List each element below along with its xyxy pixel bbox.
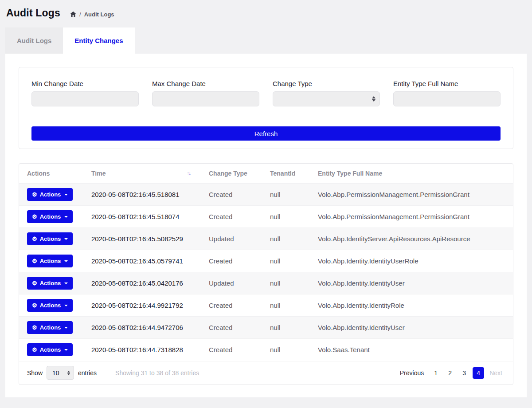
change-type-select[interactable]: [273, 91, 380, 106]
column-header-entity-type-full-name: Entity Type Full Name: [310, 164, 513, 184]
row-tenant-id: null: [262, 228, 310, 250]
row-actions-button[interactable]: ⚙ Actions: [27, 210, 73, 223]
entity-type-full-name-input[interactable]: [393, 91, 501, 106]
row-change-type: Created: [201, 206, 262, 228]
caret-down-icon: [64, 194, 68, 196]
row-tenant-id: null: [262, 272, 310, 294]
caret-down-icon: [64, 282, 68, 284]
page-size-select[interactable]: 10: [47, 366, 74, 380]
row-change-type: Created: [201, 250, 262, 272]
row-time: 2020-05-08T02:16:45.0420176: [83, 272, 201, 294]
pagination: Previous 1234 Next: [396, 367, 505, 379]
row-actions-button[interactable]: ⚙ Actions: [27, 188, 73, 201]
row-tenant-id: null: [262, 184, 310, 206]
table-row: ⚙ Actions 2020-05-08T02:16:45.518074 Cre…: [19, 206, 513, 228]
row-change-type: Created: [201, 294, 262, 317]
gear-icon: ⚙: [32, 258, 37, 264]
row-time: 2020-05-08T02:16:45.5082529: [83, 228, 201, 250]
gear-icon: ⚙: [32, 214, 37, 220]
entries-label: entries: [78, 369, 97, 377]
row-change-type: Updated: [201, 228, 262, 250]
row-actions-button[interactable]: ⚙ Actions: [27, 255, 73, 267]
pagination-page-2[interactable]: 2: [444, 367, 456, 379]
gear-icon: ⚙: [32, 192, 37, 197]
gear-icon: ⚙: [32, 347, 37, 353]
row-time: 2020-05-08T02:16:45.518081: [83, 184, 201, 206]
pagination-page-3[interactable]: 3: [458, 367, 470, 379]
breadcrumb-current: Audit Logs: [84, 11, 114, 18]
caret-down-icon: [64, 260, 68, 262]
tab-audit-logs[interactable]: Audit Logs: [5, 27, 63, 54]
home-icon[interactable]: [70, 12, 76, 17]
row-entity-type: Volo.Saas.Tenant: [310, 339, 513, 361]
caret-down-icon: [64, 349, 68, 351]
pagination-page-4[interactable]: 4: [473, 367, 484, 379]
row-actions-button[interactable]: ⚙ Actions: [27, 277, 73, 290]
caret-down-icon: [64, 327, 68, 329]
table-row: ⚙ Actions 2020-05-08T02:16:45.518081 Cre…: [19, 184, 513, 206]
row-entity-type: Volo.Abp.Identity.IdentityUser: [310, 317, 513, 339]
row-actions-button[interactable]: ⚙ Actions: [27, 232, 73, 245]
row-actions-button[interactable]: ⚙ Actions: [27, 321, 73, 334]
filter-entity-type-full-name: Entity Type Full Name: [393, 80, 501, 106]
row-time: 2020-05-08T02:16:44.9472706: [83, 317, 201, 339]
entity-type-full-name-label: Entity Type Full Name: [393, 80, 501, 87]
row-change-type: Created: [201, 339, 262, 361]
table-footer: Show 10 entries Showing 31 to 38 of 38 e…: [19, 361, 513, 384]
row-time: 2020-05-08T02:16:44.9921792: [83, 294, 201, 317]
pagination-previous[interactable]: Previous: [396, 368, 427, 378]
row-actions-button[interactable]: ⚙ Actions: [27, 299, 73, 312]
row-tenant-id: null: [262, 317, 310, 339]
page-size-spinner-icon: [67, 371, 70, 375]
max-change-date-label: Max Change Date: [152, 80, 259, 87]
filter-panel: Min Change Date Max Change Date Change T…: [19, 67, 513, 149]
row-entity-type: Volo.Abp.Identity.IdentityRole: [310, 294, 513, 317]
gear-icon: ⚙: [32, 280, 37, 286]
table-row: ⚙ Actions 2020-05-08T02:16:44.9921792 Cr…: [19, 294, 513, 317]
row-entity-type: Volo.Abp.Identity.IdentityUser: [310, 272, 513, 294]
entity-changes-table-card: Actions Time ↑↓ Change Type TenantId Ent…: [19, 163, 513, 385]
row-change-type: Created: [201, 184, 262, 206]
column-header-actions: Actions: [19, 164, 83, 184]
page-header: Audit Logs / Audit Logs: [0, 0, 532, 19]
column-header-time: Time ↑↓: [83, 164, 201, 184]
table-row: ⚙ Actions 2020-05-08T02:16:44.7318828 Cr…: [19, 339, 513, 361]
gear-icon: ⚙: [32, 236, 37, 242]
tab-bar: Audit Logs Entity Changes: [0, 27, 532, 54]
gear-icon: ⚙: [32, 302, 37, 308]
row-time: 2020-05-08T02:16:44.7318828: [83, 339, 201, 361]
breadcrumb: / Audit Logs: [70, 11, 114, 18]
show-label: Show: [27, 369, 43, 377]
table-row: ⚙ Actions 2020-05-08T02:16:44.9472706 Cr…: [19, 317, 513, 339]
caret-down-icon: [64, 305, 68, 306]
caret-down-icon: [64, 216, 68, 218]
row-time: 2020-05-08T02:16:45.518074: [83, 206, 201, 228]
table-row: ⚙ Actions 2020-05-08T02:16:45.0420176 Up…: [19, 272, 513, 294]
table-header-row: Actions Time ↑↓ Change Type TenantId Ent…: [19, 164, 513, 184]
pagination-page-1[interactable]: 1: [430, 367, 442, 379]
row-time: 2020-05-08T02:16:45.0579741: [83, 250, 201, 272]
max-change-date-input[interactable]: [152, 91, 259, 106]
row-change-type: Updated: [201, 272, 262, 294]
row-tenant-id: null: [262, 206, 310, 228]
pagination-next[interactable]: Next: [487, 368, 505, 378]
column-header-change-type: Change Type: [201, 164, 262, 184]
min-change-date-input[interactable]: [31, 91, 139, 106]
row-tenant-id: null: [262, 250, 310, 272]
table-row: ⚙ Actions 2020-05-08T02:16:45.0579741 Cr…: [19, 250, 513, 272]
entries-summary: Showing 31 to 38 of 38 entries: [115, 369, 199, 377]
select-spinner-icon: [372, 96, 376, 102]
gear-icon: ⚙: [32, 325, 37, 330]
row-actions-button[interactable]: ⚙ Actions: [27, 343, 73, 356]
row-entity-type: Volo.Abp.PermissionManagement.Permission…: [310, 184, 513, 206]
filter-max-change-date: Max Change Date: [152, 80, 259, 106]
filter-change-type: Change Type: [273, 80, 380, 106]
tab-entity-changes[interactable]: Entity Changes: [63, 27, 134, 54]
breadcrumb-separator: /: [79, 11, 81, 18]
pagination-pages: 1234: [430, 367, 484, 379]
table-body: ⚙ Actions 2020-05-08T02:16:45.518081 Cre…: [19, 184, 513, 361]
row-entity-type: Volo.Abp.Identity.IdentityUserRole: [310, 250, 513, 272]
sort-icon[interactable]: ↑↓: [187, 170, 190, 177]
refresh-button[interactable]: Refresh: [31, 126, 501, 141]
column-header-tenant-id: TenantId: [262, 164, 310, 184]
